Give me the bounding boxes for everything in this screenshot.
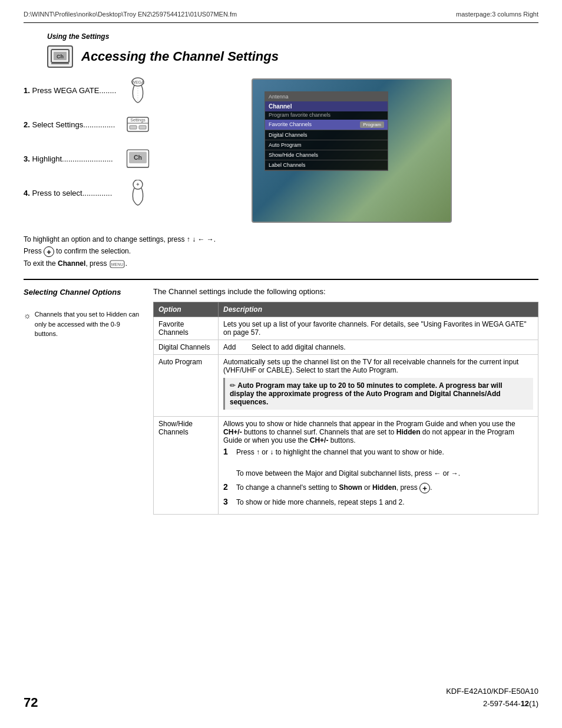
step-3-text: 3. Highlight........................ [24, 154, 123, 163]
selecting-channel-section: Selecting Channel Options ☼ Channels tha… [24, 287, 538, 515]
ch-highlight-icon: Ch [125, 147, 151, 170]
step-4: 4. Press to select.............. + [24, 181, 153, 205]
auto-note: ✏ Auto Program may take up to 20 to 50 m… [223, 378, 533, 410]
menu-auto: Auto Program [265, 140, 388, 150]
confirm-button-symbol: + [44, 246, 54, 257]
desc-digital: Add Select to add digital channels. [219, 340, 538, 355]
substep-3-num: 3 [223, 497, 232, 506]
page-header: D:\WINNT\Profiles\noriko\Desktop\Troy EN… [0, 0, 562, 22]
hand-select-icon: + [127, 180, 148, 206]
step-2-icon: Settings [123, 113, 153, 136]
filepath: D:\WINNT\Profiles\noriko\Desktop\Troy EN… [24, 11, 237, 18]
tv-screen: Antenna Channel Program favorite channel… [252, 78, 452, 223]
menu-overlay: Antenna Channel Program favorite channel… [265, 91, 388, 171]
col-description: Description [219, 302, 538, 317]
showhide-substeps: 1 Press ↑ or ↓ to highlight the channel … [223, 447, 533, 508]
note-line-1: To highlight an option and to change set… [24, 233, 538, 245]
screen-area: Antenna Channel Program favorite channel… [165, 78, 538, 223]
menu-digital: Digital Channels [265, 130, 388, 140]
svg-rect-10 [130, 126, 137, 129]
settings-remote-icon: Settings [125, 115, 151, 134]
right-column: The Channel settings include the followi… [153, 287, 538, 515]
svg-rect-11 [139, 126, 146, 129]
svg-text:Settings: Settings [130, 118, 146, 123]
confirm-circle-symbol: + [419, 483, 430, 493]
menu-channel: Channel [265, 101, 388, 111]
step-4-text: 4. Press to select.............. [24, 189, 123, 197]
step-2-text: 2. Select Settings............... [24, 120, 123, 129]
tip-box: ☼ Channels that you set to Hidden can on… [24, 309, 141, 339]
selecting-title: Selecting Channel Options [24, 287, 141, 298]
options-table: Option Description Favorite Channels Let… [153, 302, 538, 515]
table-header-row: Option Description [154, 302, 538, 317]
title-row: Ch Accessing the Channel Settings [47, 45, 515, 68]
step-3-icon: Ch [123, 147, 153, 170]
step-3: 3. Highlight........................ Ch [24, 147, 153, 170]
hand-press-icon: WEGA [127, 77, 148, 103]
menu-header: Antenna [265, 92, 388, 101]
page-footer: 72 KDF-E42A10/KDF-E50A10 2-597-544-12(1) [0, 686, 562, 710]
svg-text:WEGA: WEGA [131, 80, 144, 84]
table-row: Digital Channels Add Select to add digit… [154, 340, 538, 355]
substep-2: 2 To change a channel's setting to Shown… [223, 482, 533, 493]
content-area: Using the Settings Ch Accessing the Chan… [24, 32, 538, 515]
notes-section: To highlight an option and to change set… [24, 233, 538, 269]
svg-text:Ch: Ch [134, 154, 142, 161]
step-4-icon: + [123, 181, 153, 205]
menu-favorite: Favorite Channels Program [265, 120, 388, 130]
step-2: 2. Select Settings............... Settin… [24, 113, 153, 136]
substep-3-content: To show or hide more channels, repeat st… [236, 497, 533, 508]
svg-text:MENU: MENU [111, 262, 123, 266]
svg-text:Ch: Ch [57, 54, 64, 60]
steps-and-screen: 1. Press WEGA GATE........ WEGA 2. Selec… [24, 78, 538, 223]
tip-icon: ☼ [24, 309, 31, 322]
model-line2: 2-597-544-12(1) [446, 698, 538, 710]
option-showhide: Show/Hide Channels [154, 417, 219, 515]
substep-1: 1 Press ↑ or ↓ to highlight the channel … [223, 447, 533, 479]
option-digital: Digital Channels [154, 340, 219, 355]
model-info: KDF-E42A10/KDF-E50A10 2-597-544-12(1) [446, 686, 538, 710]
step-1: 1. Press WEGA GATE........ WEGA [24, 78, 153, 102]
desc-showhide: Allows you to show or hide channels that… [219, 417, 538, 515]
channel-icon-svg: Ch [50, 48, 70, 65]
substep-1-content: Press ↑ or ↓ to highlight the channel th… [236, 447, 533, 479]
menu-label: Label Channels [265, 160, 388, 170]
table-row: Auto Program Automatically sets up the c… [154, 355, 538, 417]
step-1-icon: WEGA [123, 78, 153, 102]
showhide-desc: Allows you to show or hide channels that… [223, 420, 533, 444]
note-line-2: Press + to confirm the selection. [24, 245, 538, 257]
section-label: Using the Settings [47, 32, 515, 41]
intro-text: The Channel settings include the followi… [153, 287, 538, 296]
table-row: Favorite Channels Lets you set up a list… [154, 317, 538, 340]
steps-column: 1. Press WEGA GATE........ WEGA 2. Selec… [24, 78, 153, 223]
masterpage: masterpage:3 columns Right [456, 11, 538, 18]
note-line-3: To exit the Channel, press MENU. [24, 258, 538, 269]
substep-2-num: 2 [223, 482, 232, 492]
section-divider [24, 279, 538, 280]
page-title: Accessing the Channel Settings [81, 49, 279, 64]
menu-showhide: Show/Hide Channels [265, 150, 388, 160]
substep-2-content: To change a channel's setting to Shown o… [236, 482, 533, 493]
page-number: 72 [24, 695, 38, 710]
desc-favorite: Lets you set up a list of your favorite … [219, 317, 538, 340]
top-divider [24, 22, 538, 23]
model-line1: KDF-E42A10/KDF-E50A10 [446, 686, 538, 698]
left-column: Selecting Channel Options ☼ Channels tha… [24, 287, 153, 515]
option-favorite: Favorite Channels [154, 317, 219, 340]
col-option: Option [154, 302, 219, 317]
desc-auto: Automatically sets up the channel list o… [219, 355, 538, 417]
substep-3: 3 To show or hide more channels, repeat … [223, 497, 533, 508]
channel-icon: Ch [47, 45, 73, 68]
svg-text:+: + [136, 182, 139, 187]
option-auto: Auto Program [154, 355, 219, 417]
substep-1-num: 1 [223, 447, 232, 456]
menu-sub: Program favorite channels [265, 111, 388, 120]
auto-desc-text: Automatically sets up the channel list o… [223, 358, 533, 374]
table-row: Show/Hide Channels Allows you to show or… [154, 417, 538, 515]
tip-text: Channels that you set to Hidden can only… [35, 309, 141, 339]
step-1-text: 1. Press WEGA GATE........ [24, 86, 123, 95]
